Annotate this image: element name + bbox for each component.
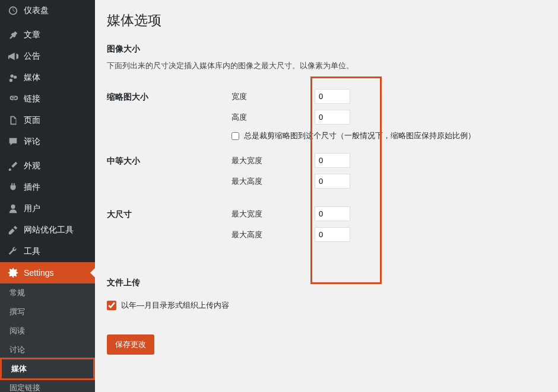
medium-height-input[interactable] bbox=[315, 174, 350, 189]
sidebar-item-label: 文章 bbox=[24, 30, 40, 40]
sidebar-item-comments[interactable]: 评论 bbox=[0, 131, 95, 152]
medium-width-label: 最大宽度 bbox=[232, 155, 315, 166]
medium-width-input[interactable] bbox=[315, 153, 350, 168]
save-button[interactable]: 保存更改 bbox=[107, 334, 154, 355]
thumbnail-height-input[interactable] bbox=[315, 110, 350, 125]
subitem-permalinks[interactable]: 固定链接 bbox=[0, 378, 95, 392]
subitem-general[interactable]: 常规 bbox=[0, 283, 95, 302]
sidebar-item-label: 用户 bbox=[24, 203, 40, 214]
large-label: 大尺寸 bbox=[107, 200, 226, 254]
thumbnail-crop-checkbox[interactable] bbox=[232, 132, 239, 140]
sidebar-item-label: 评论 bbox=[24, 136, 40, 147]
large-width-input[interactable] bbox=[315, 206, 350, 221]
thumbnail-crop-label: 总是裁剪缩略图到这个尺寸（一般情况下，缩略图应保持原始比例） bbox=[244, 130, 475, 141]
image-size-desc: 下面列出来的尺寸决定插入媒体库内的图像之最大尺寸。以像素为单位。 bbox=[107, 60, 546, 71]
sidebar-item-label: 网站优化工具 bbox=[24, 225, 74, 235]
upload-organize-checkbox[interactable] bbox=[107, 301, 116, 310]
sidebar-item-users[interactable]: 用户 bbox=[0, 198, 95, 219]
thumbnail-width-input[interactable] bbox=[315, 89, 350, 104]
pin-icon bbox=[7, 29, 19, 41]
sidebar-item-settings[interactable]: Settings bbox=[0, 262, 95, 283]
sidebar-item-label: 工具 bbox=[24, 246, 40, 257]
subitem-reading[interactable]: 阅读 bbox=[0, 321, 95, 340]
sidebar-item-label: 媒体 bbox=[24, 72, 40, 83]
settings-submenu: 常规 撰写 阅读 讨论 媒体 固定链接 bbox=[0, 283, 95, 392]
wrench-icon bbox=[7, 246, 19, 257]
plugin-icon bbox=[7, 181, 19, 193]
admin-sidebar: 仪表盘 文章 公告 媒体 链接 页面 评论 外观 插件 用户 网站优化工具 bbox=[0, 0, 95, 392]
user-icon bbox=[7, 203, 19, 215]
thumbnail-label: 缩略图大小 bbox=[107, 83, 226, 147]
sidebar-item-media[interactable]: 媒体 bbox=[0, 67, 95, 88]
medium-label: 中等大小 bbox=[107, 147, 226, 200]
brush-icon bbox=[7, 160, 19, 172]
sidebar-item-announce[interactable]: 公告 bbox=[0, 46, 95, 67]
sidebar-item-label: 仪表盘 bbox=[24, 5, 49, 16]
sidebar-item-label: 页面 bbox=[24, 115, 40, 126]
sidebar-item-label: 插件 bbox=[24, 182, 40, 193]
sidebar-item-pages[interactable]: 页面 bbox=[0, 110, 95, 131]
upload-organize-label: 以年—月目录形式组织上传内容 bbox=[121, 300, 229, 311]
main-content: 媒体选项 图像大小 下面列出来的尺寸决定插入媒体库内的图像之最大尺寸。以像素为单… bbox=[95, 0, 558, 392]
sidebar-item-seo[interactable]: 网站优化工具 bbox=[0, 219, 95, 241]
subitem-writing[interactable]: 撰写 bbox=[0, 302, 95, 321]
large-height-label: 最大高度 bbox=[232, 230, 315, 240]
section-upload: 文件上传 bbox=[107, 278, 546, 288]
comment-icon bbox=[7, 136, 19, 148]
large-width-label: 最大宽度 bbox=[232, 209, 315, 219]
section-image-size: 图像大小 bbox=[107, 44, 546, 55]
sidebar-item-label: 外观 bbox=[24, 161, 40, 171]
sidebar-item-label: 链接 bbox=[24, 94, 40, 104]
subitem-discussion[interactable]: 讨论 bbox=[0, 340, 95, 359]
settings-icon bbox=[7, 267, 19, 279]
dashboard-icon bbox=[7, 5, 19, 17]
thumbnail-width-label: 宽度 bbox=[232, 91, 315, 102]
hammer-icon bbox=[7, 224, 19, 236]
large-height-input[interactable] bbox=[315, 227, 350, 242]
subitem-media[interactable]: 媒体 bbox=[2, 359, 93, 378]
thumbnail-height-label: 高度 bbox=[232, 112, 315, 123]
image-size-table: 缩略图大小 宽度 高度 总是裁剪缩略图到这个尺寸（一般情况下，缩略图应保持原始比… bbox=[107, 83, 546, 254]
media-icon bbox=[7, 72, 19, 84]
sidebar-item-tools[interactable]: 工具 bbox=[0, 241, 95, 262]
sidebar-item-appearance[interactable]: 外观 bbox=[0, 155, 95, 177]
sidebar-item-label: Settings bbox=[24, 268, 54, 278]
medium-height-label: 最大高度 bbox=[232, 176, 315, 187]
link-icon bbox=[7, 93, 19, 105]
sidebar-item-label: 公告 bbox=[24, 51, 40, 62]
sidebar-item-posts[interactable]: 文章 bbox=[0, 24, 95, 46]
megaphone-icon bbox=[7, 50, 19, 62]
sidebar-item-plugins[interactable]: 插件 bbox=[0, 177, 95, 198]
sidebar-item-dashboard[interactable]: 仪表盘 bbox=[0, 0, 95, 21]
page-icon bbox=[7, 114, 19, 126]
page-title: 媒体选项 bbox=[107, 6, 546, 32]
sidebar-item-links[interactable]: 链接 bbox=[0, 88, 95, 110]
